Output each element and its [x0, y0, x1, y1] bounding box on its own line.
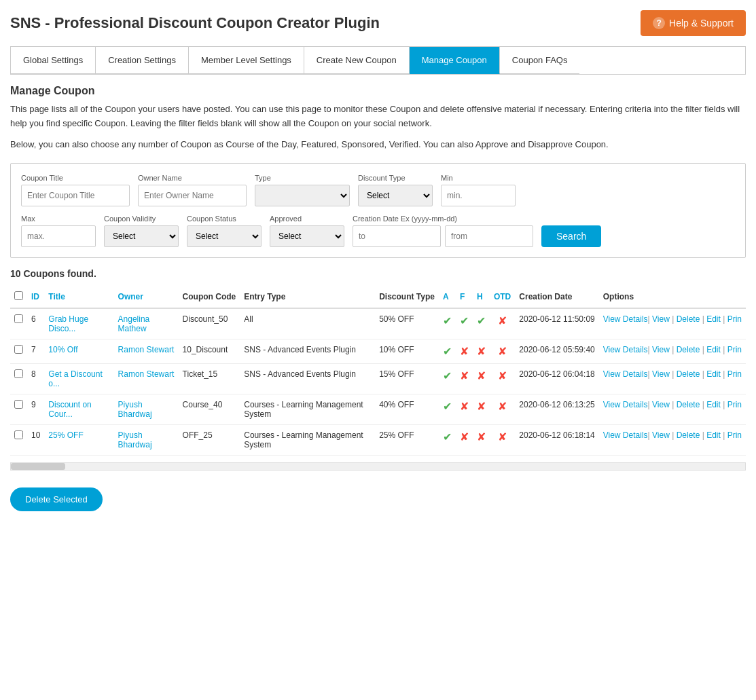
view-link[interactable]: View: [652, 400, 670, 409]
delete-link[interactable]: Delete: [677, 369, 700, 379]
cell-options: View Details| View | Delete | Edit | Pri…: [599, 339, 746, 363]
cell-h[interactable]: ✘: [473, 339, 490, 363]
view-details-link[interactable]: View Details: [603, 430, 648, 440]
tab-manage-coupon[interactable]: Manage Coupon: [410, 47, 500, 74]
delete-link[interactable]: Delete: [677, 314, 700, 324]
horizontal-scrollbar[interactable]: [10, 462, 746, 471]
cell-owner[interactable]: Piyush Bhardwaj: [118, 430, 152, 449]
col-a: A: [439, 286, 456, 308]
coupon-status-select[interactable]: Select Active Inactive: [187, 225, 262, 247]
edit-link[interactable]: Edit: [706, 345, 721, 354]
view-link[interactable]: View: [652, 369, 670, 379]
date-to-input[interactable]: [353, 225, 441, 247]
cell-title[interactable]: Grab Huge Disco...: [48, 314, 88, 333]
owner-name-input[interactable]: [138, 185, 247, 206]
max-input[interactable]: [21, 225, 96, 247]
cell-a[interactable]: ✔: [439, 363, 456, 394]
select-all-checkbox[interactable]: [14, 291, 23, 300]
delete-link[interactable]: Delete: [677, 345, 700, 354]
delete-selected-button[interactable]: Delete Selected: [10, 487, 103, 511]
view-details-link[interactable]: View Details: [603, 314, 648, 324]
cell-title[interactable]: 10% Off: [48, 345, 77, 354]
cell-f[interactable]: ✘: [456, 424, 473, 455]
print-link[interactable]: Prin: [727, 314, 742, 324]
check-icon: ✔: [443, 401, 452, 412]
check-icon: ✔: [477, 315, 486, 327]
cell-a[interactable]: ✔: [439, 394, 456, 424]
row-checkbox[interactable]: [14, 400, 23, 409]
approved-select[interactable]: Select Yes No: [270, 225, 344, 247]
cell-otd[interactable]: ✘: [490, 394, 515, 424]
view-details-link[interactable]: View Details: [603, 345, 648, 354]
check-icon: ✔: [460, 315, 469, 327]
row-checkbox[interactable]: [14, 345, 23, 354]
min-input[interactable]: [441, 185, 516, 206]
tab-creation-settings[interactable]: Creation Settings: [96, 47, 189, 74]
cell-f[interactable]: ✔: [456, 308, 473, 339]
cell-creation-date: 2020-06-12 06:04:18: [515, 363, 598, 394]
view-link[interactable]: View: [652, 430, 670, 440]
row-checkbox[interactable]: [14, 314, 23, 323]
discount-type-group: Discount Type Select Percentage Fixed: [358, 174, 433, 206]
print-link[interactable]: Prin: [727, 430, 742, 440]
tab-create-new-coupon[interactable]: Create New Coupon: [304, 47, 410, 74]
view-link[interactable]: View: [652, 345, 670, 354]
cell-otd[interactable]: ✘: [490, 308, 515, 339]
check-icon: ✔: [443, 370, 452, 382]
search-button[interactable]: Search: [541, 225, 601, 247]
edit-link[interactable]: Edit: [706, 430, 721, 440]
view-link[interactable]: View: [652, 314, 670, 324]
print-link[interactable]: Prin: [727, 400, 742, 409]
cell-a[interactable]: ✔: [439, 308, 456, 339]
cell-entry-type: SNS - Advanced Events Plugin: [240, 363, 375, 394]
cell-otd[interactable]: ✘: [490, 363, 515, 394]
cell-title[interactable]: 25% OFF: [48, 430, 83, 440]
col-options: Options: [599, 286, 746, 308]
print-link[interactable]: Prin: [727, 369, 742, 379]
cell-owner[interactable]: Ramon Stewart: [118, 369, 175, 379]
cell-owner[interactable]: Piyush Bhardwaj: [118, 400, 152, 419]
print-link[interactable]: Prin: [727, 345, 742, 354]
creation-date-group: Creation Date Ex (yyyy-mm-dd): [353, 215, 533, 247]
discount-type-select[interactable]: Select Percentage Fixed: [358, 185, 433, 206]
cell-otd[interactable]: ✘: [490, 339, 515, 363]
cell-title[interactable]: Discount on Cour...: [48, 400, 91, 419]
delete-link[interactable]: Delete: [677, 430, 700, 440]
table-wrapper: ID Title Owner Coupon Code Entry Type Di…: [10, 286, 746, 456]
cell-options: View Details| View | Delete | Edit | Pri…: [599, 308, 746, 339]
cell-a[interactable]: ✔: [439, 339, 456, 363]
edit-link[interactable]: Edit: [706, 314, 721, 324]
type-select[interactable]: [255, 185, 350, 206]
tab-member-level-settings[interactable]: Member Level Settings: [189, 47, 304, 74]
cell-owner[interactable]: Ramon Stewart: [118, 345, 175, 354]
cell-discount-type: 15% OFF: [375, 363, 439, 394]
coupon-title-input[interactable]: [21, 185, 130, 206]
coupon-validity-select[interactable]: Select Active Expired: [104, 225, 179, 247]
table-row: 710% OffRamon Stewart10_DiscountSNS - Ad…: [10, 339, 746, 363]
cell-h[interactable]: ✘: [473, 424, 490, 455]
cross-icon: ✘: [477, 370, 486, 382]
help-button[interactable]: Help & Support: [641, 10, 746, 36]
view-details-link[interactable]: View Details: [603, 369, 648, 379]
cell-h[interactable]: ✘: [473, 394, 490, 424]
cell-f[interactable]: ✘: [456, 363, 473, 394]
row-checkbox[interactable]: [14, 369, 23, 378]
cell-h[interactable]: ✔: [473, 308, 490, 339]
edit-link[interactable]: Edit: [706, 369, 721, 379]
cell-coupon-code: Course_40: [179, 394, 240, 424]
row-checkbox[interactable]: [14, 430, 23, 439]
cell-f[interactable]: ✘: [456, 394, 473, 424]
date-from-input[interactable]: [445, 225, 533, 247]
tab-coupon-faqs[interactable]: Coupon FAQs: [500, 47, 580, 74]
edit-link[interactable]: Edit: [706, 400, 721, 409]
cross-icon: ✘: [460, 401, 469, 412]
cell-f[interactable]: ✘: [456, 339, 473, 363]
cell-otd[interactable]: ✘: [490, 424, 515, 455]
delete-link[interactable]: Delete: [677, 400, 700, 409]
cell-title[interactable]: Get a Discount o...: [48, 369, 102, 388]
view-details-link[interactable]: View Details: [603, 400, 648, 409]
cell-owner[interactable]: Angelina Mathew: [118, 314, 150, 333]
cell-a[interactable]: ✔: [439, 424, 456, 455]
tab-global-settings[interactable]: Global Settings: [11, 47, 96, 74]
cell-h[interactable]: ✘: [473, 363, 490, 394]
